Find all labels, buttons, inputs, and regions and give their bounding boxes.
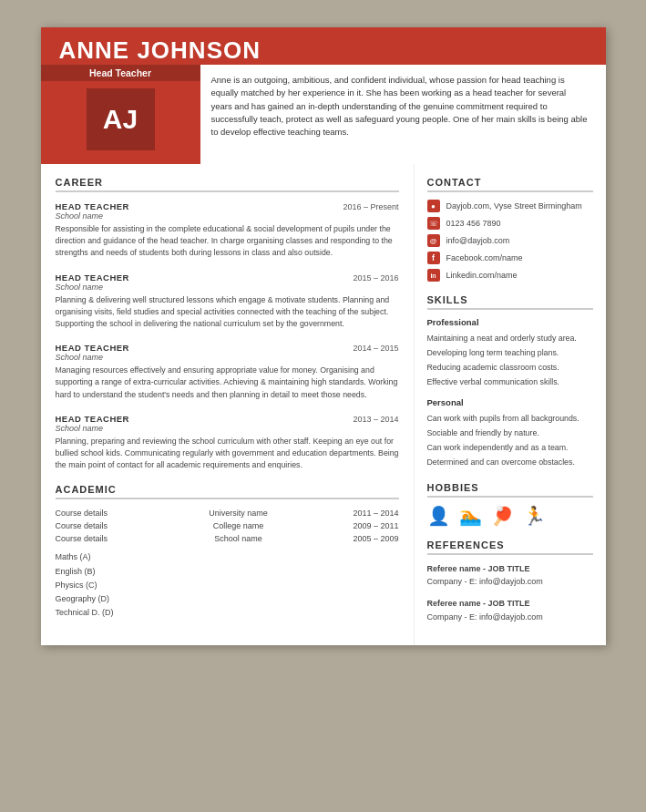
job-desc-2: Planning & delivering well structured le…: [56, 294, 399, 331]
job-title-badge: Head Teacher: [41, 65, 200, 81]
reference-2: Referee name - JOB TITLE Company - E: in…: [427, 597, 593, 623]
job-desc-3: Managing resources effectively and ensur…: [56, 365, 399, 401]
name-row: ANNE JOHNSON: [41, 27, 606, 65]
skill-pro-4: Effective verbal communication skills.: [427, 375, 593, 388]
facebook-icon: f: [427, 252, 440, 264]
hobbies-icons: 👤 🏊 🏓 🏃: [427, 505, 593, 527]
ref-company-1: Company - E: info@dayjob.com: [427, 575, 593, 588]
email-icon: @: [427, 234, 440, 247]
skill-per-4: Determined and can overcome obstacles.: [427, 456, 593, 468]
job-dates-2: 2015 – 2016: [353, 273, 398, 283]
job-header-4: HEAD TEACHER 2013 – 2014: [56, 414, 399, 424]
yr-3: 2005 – 2009: [340, 534, 399, 543]
hobbies-section-title: HOBBIES: [427, 482, 593, 498]
skill-pro-2: Developing long term teaching plans.: [427, 346, 593, 359]
grade-1: Maths (A): [56, 550, 399, 564]
personal-label: Personal: [427, 397, 593, 407]
phone-icon: ☏: [427, 217, 440, 230]
job-entry-3: HEAD TEACHER 2014 – 2015 School name Man…: [56, 343, 399, 401]
job-header-1: HEAD TEACHER 2016 – Present: [56, 201, 399, 211]
academic-row-2: Course details College name 2009 – 2011: [56, 521, 399, 530]
hobby-icon-1: 👤: [427, 505, 450, 527]
grade-4: Geography (D): [56, 592, 399, 606]
skill-per-2: Sociable and friendly by nature.: [427, 427, 593, 439]
contact-section-title: CONTACT: [427, 177, 593, 192]
grades-list: Maths (A) English (B) Physics (C) Geogra…: [56, 550, 399, 620]
main-content: CAREER HEAD TEACHER 2016 – Present Schoo…: [41, 164, 606, 645]
skill-pro-1: Maintaining a neat and orderly study are…: [427, 332, 593, 344]
left-column: CAREER HEAD TEACHER 2016 – Present Schoo…: [41, 164, 415, 645]
ref-company-2: Company - E: info@dayjob.com: [427, 611, 593, 623]
job-header-3: HEAD TEACHER 2014 – 2015: [56, 343, 399, 353]
initials-box: AJ: [87, 88, 155, 150]
job-entry-1: HEAD TEACHER 2016 – Present School name …: [56, 201, 399, 260]
course-1: Course details: [56, 509, 138, 518]
header-body: Head Teacher AJ Anne is an outgoing, amb…: [41, 65, 606, 164]
grade-3: Physics (C): [56, 579, 399, 592]
inst-3: School name: [138, 534, 340, 543]
hobby-icon-2: 🏊: [459, 505, 482, 527]
professional-label: Professional: [427, 317, 593, 327]
reference-1: Referee name - JOB TITLE Company - E: in…: [427, 562, 593, 589]
skill-pro-3: Reducing academic classroom costs.: [427, 361, 593, 374]
references-section-title: REFERENCES: [427, 540, 593, 555]
candidate-name: ANNE JOHNSON: [59, 36, 588, 65]
job-dates-1: 2016 – Present: [343, 202, 398, 211]
job-title-2: HEAD TEACHER: [56, 272, 129, 283]
job-title-4: HEAD TEACHER: [56, 414, 129, 424]
resume-document: ANNE JOHNSON Head Teacher AJ Anne is an …: [41, 27, 606, 645]
contact-item-4: f Facebook.com/name: [427, 252, 593, 264]
contact-item-2: ☏ 0123 456 7890: [427, 217, 593, 230]
contact-text-3: info@dayjob.com: [446, 236, 510, 245]
header-left-block: Head Teacher AJ: [41, 65, 200, 164]
academic-row-1: Course details University name 2011 – 20…: [56, 509, 399, 518]
contact-text-4: Facebook.com/name: [446, 253, 523, 262]
job-dates-4: 2013 – 2014: [353, 415, 398, 424]
job-title-1: HEAD TEACHER: [56, 201, 129, 211]
ref-name-1: Referee name - JOB TITLE: [427, 562, 593, 575]
contact-item-3: @ info@dayjob.com: [427, 234, 593, 247]
skill-per-3: Can work independently and as a team.: [427, 441, 593, 454]
job-desc-1: Responsible for assisting in the complet…: [56, 223, 399, 260]
job-header-2: HEAD TEACHER 2015 – 2016: [56, 272, 399, 283]
job-desc-4: Planning, preparing and reviewing the sc…: [56, 436, 399, 472]
job-entry-2: HEAD TEACHER 2015 – 2016 School name Pla…: [56, 272, 399, 331]
job-title-3: HEAD TEACHER: [56, 343, 129, 353]
linkedin-icon: in: [427, 269, 440, 282]
career-section-title: CAREER: [56, 177, 399, 192]
contact-text-1: Dayjob.com, Vyse Street Birmingham: [446, 201, 582, 211]
job-company-1: School name: [56, 211, 399, 221]
contact-item-1: ● Dayjob.com, Vyse Street Birmingham: [427, 200, 593, 212]
inst-2: College name: [138, 521, 340, 530]
grade-5: Technical D. (D): [56, 606, 399, 620]
contact-text-2: 0123 456 7890: [446, 219, 501, 228]
yr-1: 2011 – 2014: [340, 509, 399, 518]
hobby-icon-4: 🏃: [523, 505, 546, 527]
course-2: Course details: [56, 521, 138, 530]
skill-per-1: Can work with pupils from all background…: [427, 412, 593, 425]
hobby-icon-3: 🏓: [491, 505, 514, 527]
contact-item-5: in Linkedin.com/name: [427, 269, 593, 282]
grade-2: English (B): [56, 565, 399, 579]
right-column: CONTACT ● Dayjob.com, Vyse Street Birmin…: [415, 164, 606, 645]
header-summary: Anne is an outgoing, ambitious, and conf…: [200, 65, 606, 164]
academic-section-title: ACADEMIC: [56, 484, 399, 499]
academic-row-3: Course details School name 2005 – 2009: [56, 534, 399, 543]
location-icon: ●: [427, 200, 440, 212]
job-company-2: School name: [56, 283, 399, 292]
job-dates-3: 2014 – 2015: [353, 344, 398, 353]
job-entry-4: HEAD TEACHER 2013 – 2014 School name Pla…: [56, 414, 399, 472]
job-company-4: School name: [56, 424, 399, 433]
course-3: Course details: [56, 534, 138, 543]
contact-text-5: Linkedin.com/name: [446, 271, 518, 280]
job-company-3: School name: [56, 353, 399, 362]
ref-name-2: Referee name - JOB TITLE: [427, 597, 593, 610]
inst-1: University name: [138, 509, 340, 518]
yr-2: 2009 – 2011: [340, 521, 399, 530]
skills-section-title: SKILLS: [427, 294, 593, 310]
